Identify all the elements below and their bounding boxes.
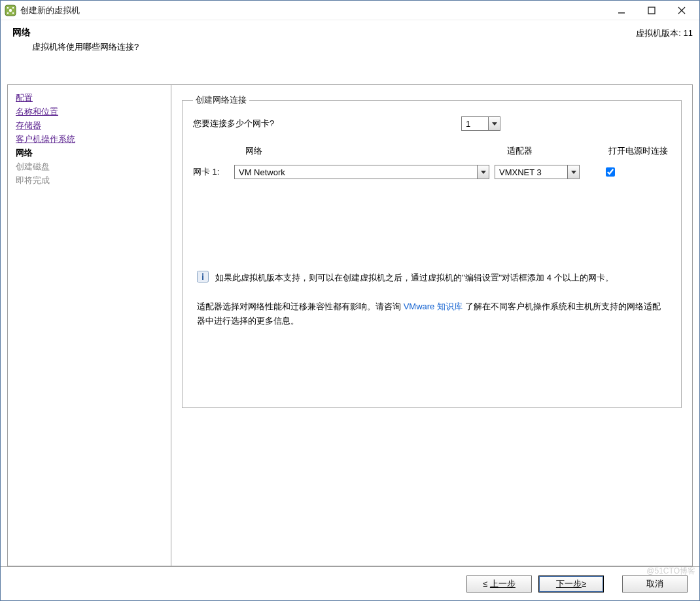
- sidebar-item-name[interactable]: 名称和位置: [16, 106, 163, 118]
- chevron-down-icon: [488, 117, 500, 130]
- header-spacer: [1, 58, 699, 84]
- nic-count-value: 1: [462, 119, 475, 129]
- nic-columns-header: 网络 适配器 打开电源时连接: [193, 145, 671, 157]
- svg-point-1: [9, 9, 12, 11]
- nic-count-select[interactable]: 1: [461, 116, 500, 131]
- cancel-button-label: 取消: [646, 578, 663, 590]
- page-description: 虚拟机将使用哪些网络连接?: [12, 41, 139, 53]
- kb-note: 适配器选择对网络性能和迁移兼容性都有影响。请咨询 VMware 知识库 了解在不…: [193, 300, 671, 328]
- wizard-footer: ≤ 上一步 下一步 ≥ 取消: [1, 566, 699, 600]
- sidebar-item-finish: 即将完成: [16, 175, 163, 186]
- next-button-label: 下一步: [556, 578, 582, 590]
- info-note: 如果此虚拟机版本支持，则可以在创建虚拟机之后，通过虚拟机的"编辑设置"对话框添加…: [193, 271, 671, 285]
- svg-rect-7: [648, 7, 655, 14]
- nic-count-row: 您要连接多少个网卡? 1: [193, 116, 671, 131]
- sidebar-item-network: 网络: [16, 147, 163, 159]
- nic-count-question: 您要连接多少个网卡?: [193, 118, 274, 129]
- nic1-adapter-value: VMXNET 3: [495, 167, 546, 177]
- back-button[interactable]: ≤ 上一步: [466, 575, 532, 592]
- window-title: 创建新的虚拟机: [20, 5, 606, 16]
- content-area: 配置 名称和位置 存储器 客户机操作系统 网络 创建磁盘 即将完成 创建网络连接…: [1, 84, 699, 566]
- nic1-label: 网卡 1:: [193, 166, 229, 178]
- sidebar-item-config[interactable]: 配置: [16, 92, 163, 104]
- app-icon: [5, 5, 16, 16]
- nic1-adapter-select[interactable]: VMXNET 3: [495, 165, 580, 179]
- svg-point-5: [12, 12, 14, 14]
- window-frame: 创建新的虚拟机 网络 虚拟机将使用哪些网络连接? 虚拟机版本: 11 配置 名称…: [0, 0, 700, 601]
- sidebar-item-guestos[interactable]: 客户机操作系统: [16, 133, 163, 145]
- nic-row-1: 网卡 1: VM Network VMXNET 3: [193, 165, 671, 179]
- group-legend: 创建网络连接: [193, 94, 249, 106]
- col-power-label: 打开电源时连接: [605, 145, 671, 157]
- svg-rect-10: [202, 275, 203, 280]
- minimize-button[interactable]: [606, 1, 637, 20]
- kb-text-pre: 适配器选择对网络性能和迁移兼容性都有影响。请咨询: [197, 301, 404, 311]
- col-network-label: 网络: [245, 145, 507, 157]
- page-title: 网络: [12, 27, 139, 39]
- sidebar-item-storage[interactable]: 存储器: [16, 120, 163, 131]
- sidebar-item-disk: 创建磁盘: [16, 161, 163, 173]
- nic1-network-value: VM Network: [235, 167, 477, 177]
- network-group: 创建网络连接 您要连接多少个网卡? 1 网络 适配器 打开电源时连接: [182, 94, 682, 408]
- next-arrow-icon: ≥: [582, 579, 586, 589]
- svg-point-2: [7, 7, 9, 9]
- info-icon: [197, 271, 209, 283]
- info-text: 如果此虚拟机版本支持，则可以在创建虚拟机之后，通过虚拟机的"编辑设置"对话框添加…: [215, 271, 614, 285]
- chevron-down-icon: [567, 165, 579, 179]
- wizard-header: 网络 虚拟机将使用哪些网络连接? 虚拟机版本: 11: [1, 20, 699, 58]
- close-button[interactable]: [667, 1, 697, 20]
- svg-point-3: [12, 7, 14, 9]
- nic1-network-select[interactable]: VM Network: [234, 165, 489, 179]
- next-button[interactable]: 下一步 ≥: [538, 575, 604, 592]
- svg-rect-6: [618, 12, 625, 14]
- maximize-button[interactable]: [637, 1, 667, 20]
- nic1-power-checkbox[interactable]: [606, 167, 615, 177]
- wizard-step-content: 创建网络连接 您要连接多少个网卡? 1 网络 适配器 打开电源时连接: [171, 84, 693, 566]
- titlebar: 创建新的虚拟机: [1, 1, 699, 20]
- chevron-down-icon: [477, 165, 489, 179]
- back-button-label: 上一步: [490, 578, 516, 590]
- vmware-kb-link[interactable]: VMware 知识库: [404, 301, 463, 311]
- wizard-steps-sidebar: 配置 名称和位置 存储器 客户机操作系统 网络 创建磁盘 即将完成: [7, 84, 171, 566]
- col-adapter-label: 适配器: [507, 145, 605, 157]
- svg-rect-9: [202, 273, 203, 275]
- cancel-button[interactable]: 取消: [622, 575, 688, 592]
- svg-point-4: [7, 12, 9, 14]
- back-arrow-icon: ≤: [483, 579, 487, 589]
- vm-version-label: 虚拟机版本: 11: [636, 27, 693, 39]
